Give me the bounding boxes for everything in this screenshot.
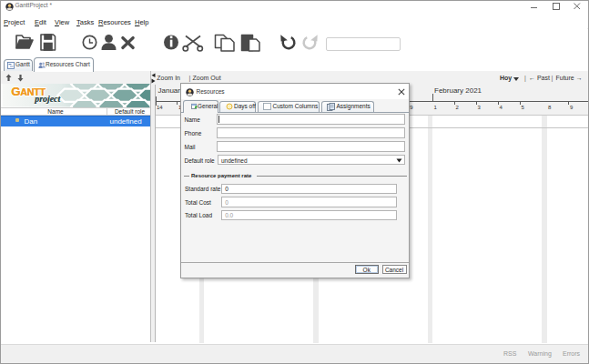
svg-text:project: project — [34, 94, 60, 104]
